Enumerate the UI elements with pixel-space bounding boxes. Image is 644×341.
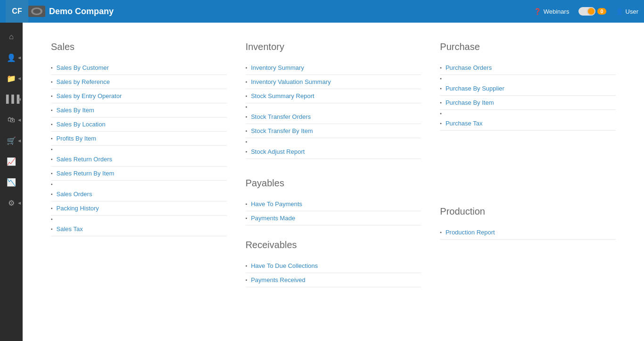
sales-return-by-item-link[interactable]: Sales Return By Item <box>57 170 115 177</box>
chevron-icon: ◀ <box>18 139 21 143</box>
cf-badge: CF <box>6 0 28 23</box>
receivables-list: Have To Due Collections Payments Receive… <box>246 259 421 287</box>
chevron-icon: ◀ <box>18 201 21 205</box>
payables-list: Have To Payments Payments Made <box>246 197 421 225</box>
payables-section: Payables Have To Payments Payments Made <box>246 178 421 225</box>
purchase-by-supplier-link[interactable]: Purchase By Supplier <box>446 85 504 92</box>
list-item: Have To Payments <box>246 197 421 211</box>
sidebar-item-home[interactable]: ⌂ <box>0 26 23 47</box>
stock-transfer-by-item-link[interactable]: Stock Transfer By Item <box>251 127 313 134</box>
inventory-title: Inventory <box>246 42 421 52</box>
sales-orders-link[interactable]: Sales Orders <box>57 191 92 198</box>
notification-badge: 0 <box>597 8 606 15</box>
list-item: Sales By Customer <box>51 61 227 75</box>
receivables-section: Receivables Have To Due Collections Paym… <box>246 240 421 287</box>
user-name-label: User <box>626 8 638 15</box>
have-to-due-collections-link[interactable]: Have To Due Collections <box>251 262 318 269</box>
sidebar-item-cart[interactable]: 🛒 ◀ <box>0 130 23 151</box>
toggle-knob <box>587 7 595 16</box>
list-spacer <box>51 181 227 187</box>
purchase-section: Purchase Purchase Orders Purchase By Sup… <box>440 42 616 131</box>
list-item: Sales By Item <box>51 103 227 117</box>
list-item: Sales Return By Item <box>51 166 227 181</box>
topbar-brand: Demo Company <box>28 6 534 17</box>
sales-tax-link[interactable]: Sales Tax <box>57 225 83 233</box>
analytics-icon: 📉 <box>7 178 16 187</box>
stock-summary-report-link[interactable]: Stock Summary Report <box>251 92 314 100</box>
sales-by-location-link[interactable]: Sales By Location <box>57 121 106 128</box>
user-menu[interactable]: 👤 User <box>616 8 638 15</box>
stock-transfer-orders-link[interactable]: Stock Transfer Orders <box>251 113 311 120</box>
payables-title: Payables <box>246 178 421 189</box>
sidebar-item-settings[interactable]: ⚙ ◀ <box>0 192 23 213</box>
profits-by-item-link[interactable]: Profits By Item <box>57 135 97 142</box>
sidebar-item-chart-active[interactable]: 📈 <box>0 151 23 172</box>
list-item: Purchase Tax <box>440 116 616 131</box>
list-item: Stock Adjust Report <box>246 145 421 159</box>
webinars-link[interactable]: ❓ Webinars <box>534 8 570 15</box>
sidebar-item-contacts[interactable]: 👤 ◀ <box>0 47 23 68</box>
sales-by-customer-link[interactable]: Sales By Customer <box>57 64 109 71</box>
topbar: CF Demo Company ❓ Webinars 0 👤 User <box>0 0 644 23</box>
have-to-payments-link[interactable]: Have To Payments <box>251 200 302 208</box>
sales-section: Sales Sales By Customer Sales by Referen… <box>51 42 227 236</box>
list-item: Payments Made <box>246 211 421 225</box>
purchase-column: Purchase Purchase Orders Purchase By Sup… <box>440 42 616 301</box>
list-item: Sales by Reference <box>51 75 227 89</box>
purchase-by-item-link[interactable]: Purchase By Item <box>446 99 494 106</box>
sidebar: ⌂ 👤 ◀ 📁 ◀ ▐▐▐ ◀ 🛍 ◀ 🛒 ◀ 📈 📉 ⚙ ◀ <box>0 23 23 341</box>
company-name: Demo Company <box>49 7 114 17</box>
chevron-icon: ◀ <box>18 118 21 122</box>
payments-received-link[interactable]: Payments Received <box>251 276 305 283</box>
notification-toggle[interactable] <box>578 7 595 16</box>
sales-by-reference-link[interactable]: Sales by Reference <box>57 78 110 85</box>
inventory-column: Inventory Inventory Summary Inventory Va… <box>246 42 421 301</box>
sales-return-orders-link[interactable]: Sales Return Orders <box>57 156 113 163</box>
sidebar-item-files[interactable]: 📁 ◀ <box>0 68 23 89</box>
packing-history-link[interactable]: Packing History <box>57 205 99 212</box>
main-content: Sales Sales By Customer Sales by Referen… <box>23 23 644 341</box>
home-icon: ⌂ <box>9 33 14 41</box>
payments-made-link[interactable]: Payments Made <box>251 215 295 222</box>
list-item: Stock Transfer Orders <box>246 110 421 124</box>
list-spacer <box>246 138 421 145</box>
list-item: Sales By Location <box>51 117 227 132</box>
list-spacer <box>51 146 227 152</box>
list-item: Inventory Summary <box>246 61 421 75</box>
list-spacer <box>246 103 421 110</box>
sidebar-item-shop[interactable]: 🛍 ◀ <box>0 109 23 130</box>
list-item: Purchase By Supplier <box>440 82 616 96</box>
sales-column: Sales Sales By Customer Sales by Referen… <box>51 42 227 301</box>
sales-list: Sales By Customer Sales by Reference Sal… <box>51 61 227 236</box>
list-item: Purchase By Item <box>440 96 616 110</box>
purchase-orders-link[interactable]: Purchase Orders <box>446 64 492 71</box>
sidebar-item-analytics[interactable]: 📉 <box>0 172 23 192</box>
receivables-title: Receivables <box>246 240 421 250</box>
contacts-icon: 👤 <box>7 53 16 62</box>
list-item: Purchase Orders <box>440 61 616 75</box>
question-icon: ❓ <box>534 8 541 15</box>
list-item: Profits By Item <box>51 132 227 146</box>
barchart-icon: ▐▐▐ <box>3 95 19 103</box>
svg-point-1 <box>33 9 41 14</box>
topbar-right: ❓ Webinars 0 👤 User <box>534 7 638 16</box>
purchase-tax-link[interactable]: Purchase Tax <box>446 120 483 127</box>
production-report-link[interactable]: Production Report <box>446 229 495 236</box>
sidebar-item-reports[interactable]: ▐▐▐ ◀ <box>0 89 23 109</box>
sales-by-entry-operator-link[interactable]: Sales by Entry Operator <box>57 92 122 100</box>
inventory-valuation-summary-link[interactable]: Inventory Valuation Summary <box>251 78 331 85</box>
list-spacer <box>440 110 616 116</box>
notification-bell[interactable]: 0 <box>578 7 606 16</box>
cart-icon: 🛒 <box>7 136 16 145</box>
inventory-section: Inventory Inventory Summary Inventory Va… <box>246 42 421 159</box>
list-item: Stock Transfer By Item <box>246 124 421 138</box>
chevron-icon: ◀ <box>18 97 21 101</box>
list-item: Stock Summary Report <box>246 89 421 103</box>
sales-by-item-link[interactable]: Sales By Item <box>57 107 94 114</box>
list-item: Production Report <box>440 225 616 240</box>
stock-adjust-report-link[interactable]: Stock Adjust Report <box>251 148 305 155</box>
list-item: Payments Received <box>246 273 421 287</box>
chevron-icon: ◀ <box>18 76 21 81</box>
inventory-summary-link[interactable]: Inventory Summary <box>251 64 304 71</box>
purchase-title: Purchase <box>440 42 616 52</box>
